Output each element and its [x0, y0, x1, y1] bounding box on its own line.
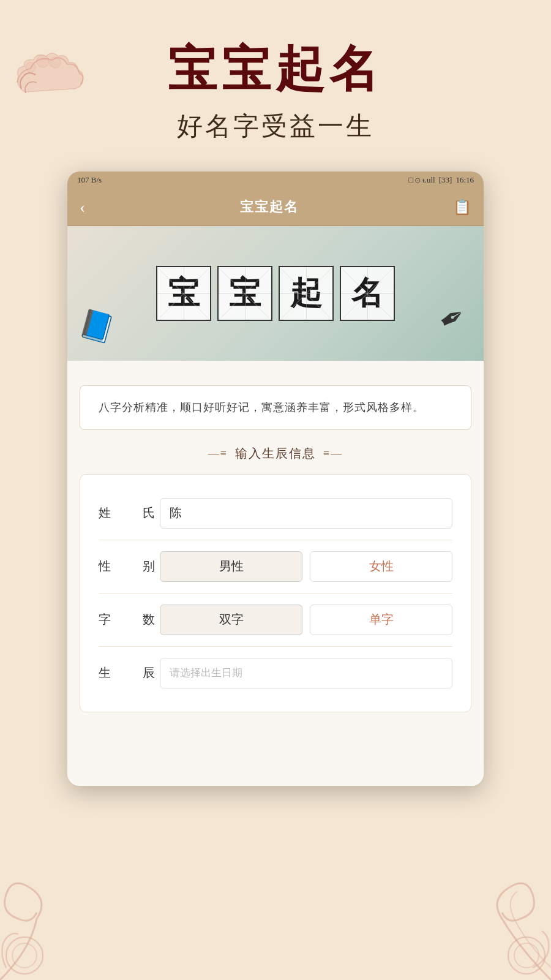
banner-chars: 宝 宝 起 名 — [156, 266, 395, 321]
description-text: 八字分析精准，顺口好听好记，寓意涵养丰富，形式风格多样。 — [99, 401, 424, 413]
gender-toggle-group: 男性 女性 — [160, 551, 452, 582]
nav-title: 宝宝起名 — [240, 198, 299, 216]
nav-bar: ‹ 宝宝起名 📋 — [67, 189, 484, 226]
gender-female-button[interactable]: 女性 — [310, 551, 452, 582]
brush-decoration: ✒ — [432, 296, 472, 340]
section-divider: —≡ 输入生辰信息 ≡— — [80, 445, 471, 462]
banner: 📘 宝 宝 起 名 ✒ — [67, 226, 484, 361]
scroll-decoration-bottom-left — [0, 858, 110, 980]
birth-row: 生 辰 请选择出生日期 — [99, 647, 452, 699]
gender-label: 性 别 — [99, 558, 160, 575]
divider-left: —≡ — [208, 447, 228, 460]
char-count-label: 字 数 — [99, 611, 160, 628]
char-count-row: 字 数 双字 单字 — [99, 594, 452, 647]
book-decoration: 📘 — [76, 306, 118, 347]
network-speed: 107 B/s — [77, 175, 102, 185]
phone-mockup: 107 B/s □ ⊙ ᵼ.ull [33] 16:16 ‹ 宝宝起名 📋 📘 … — [67, 172, 484, 786]
battery: [33] — [439, 175, 452, 185]
scroll-decoration-bottom-right — [429, 858, 551, 980]
surname-label: 姓 氏 — [99, 505, 160, 521]
banner-char-1: 宝 — [156, 266, 211, 321]
svg-point-1 — [37, 55, 49, 67]
surname-input[interactable] — [160, 498, 452, 529]
single-char-button[interactable]: 单字 — [310, 605, 452, 635]
banner-char-3: 起 — [279, 266, 334, 321]
surname-row: 姓 氏 — [99, 487, 452, 540]
cloud-decoration-left — [12, 49, 86, 104]
char-toggle-group: 双字 单字 — [160, 605, 452, 635]
banner-char-4: 名 — [340, 266, 395, 321]
birth-placeholder: 请选择出生日期 — [170, 666, 242, 680]
double-char-button[interactable]: 双字 — [160, 605, 302, 635]
section-title: 输入生辰信息 — [235, 445, 316, 462]
bottom-area — [80, 725, 471, 786]
birth-date-picker[interactable]: 请选择出生日期 — [160, 658, 452, 688]
banner-char-2: 宝 — [217, 266, 272, 321]
time: 16:16 — [455, 175, 474, 185]
gender-row: 性 别 男性 女性 — [99, 540, 452, 594]
description-box: 八字分析精准，顺口好听好记，寓意涵养丰富，形式风格多样。 — [80, 385, 471, 430]
status-bar: 107 B/s □ ⊙ ᵼ.ull [33] 16:16 — [67, 172, 484, 189]
form-container: 姓 氏 性 别 男性 女性 字 数 双字 单字 生 — [80, 474, 471, 712]
status-icons: □ ⊙ ᵼ.ull — [408, 175, 435, 185]
content-area: 八字分析精准，顺口好听好记，寓意涵养丰富，形式风格多样。 —≡ 输入生辰信息 ≡… — [67, 361, 484, 786]
sub-title: 好名字受益一生 — [0, 109, 551, 143]
divider-right: ≡— — [323, 447, 343, 460]
menu-icon[interactable]: 📋 — [453, 198, 471, 216]
back-button[interactable]: ‹ — [80, 197, 85, 217]
gender-male-button[interactable]: 男性 — [160, 551, 302, 582]
svg-point-6 — [12, 943, 37, 968]
birth-label: 生 辰 — [99, 665, 160, 681]
svg-point-4 — [514, 943, 539, 968]
